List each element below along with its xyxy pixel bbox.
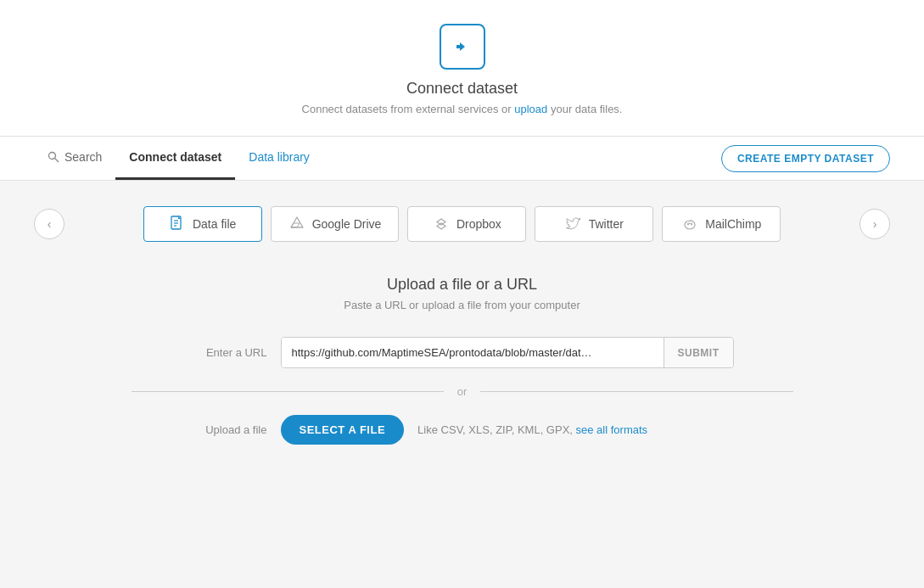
svg-marker-10 — [437, 223, 445, 229]
googledrive-icon — [288, 216, 305, 232]
header-subtitle: Connect datasets from external services … — [302, 103, 623, 115]
url-input[interactable] — [282, 338, 664, 367]
or-line-left — [132, 391, 444, 392]
url-label: Enter a URL — [191, 346, 267, 359]
source-googledrive-label: Google Drive — [312, 217, 382, 231]
or-text: or — [444, 385, 481, 398]
upload-section: Upload a file or a URL Paste a URL or up… — [34, 276, 890, 445]
chevron-right-icon: › — [873, 217, 877, 231]
source-carousel: ‹ Data file — [34, 206, 890, 242]
svg-point-13 — [691, 224, 692, 226]
tab-library-label: Data library — [249, 150, 310, 164]
select-file-button[interactable]: SELECT A FILE — [281, 415, 405, 445]
carousel-prev-button[interactable]: ‹ — [34, 209, 64, 239]
or-line-right — [480, 391, 792, 392]
svg-marker-7 — [291, 217, 303, 227]
header-icon-wrapper — [440, 24, 485, 70]
connect-icon — [451, 36, 473, 58]
upload-title: Upload a file or a URL — [387, 276, 537, 294]
upload-subtitle: Paste a URL or upload a file from your c… — [344, 299, 580, 311]
upload-link[interactable]: upload — [514, 103, 547, 115]
source-mailchimp-label: MailChimp — [705, 217, 761, 231]
svg-point-12 — [687, 224, 689, 226]
dropbox-icon — [433, 216, 450, 232]
see-all-formats-link[interactable]: see all formats — [576, 423, 648, 436]
chevron-left-icon: ‹ — [48, 217, 52, 231]
tabs-bar: Search Connect dataset Data library CREA… — [0, 137, 924, 181]
datafile-icon — [169, 216, 186, 232]
source-mailchimp-button[interactable]: MailChimp — [662, 206, 781, 242]
url-input-wrapper: SUBMIT — [281, 337, 734, 368]
create-empty-dataset-button[interactable]: CREATE EMPTY DATASET — [721, 145, 890, 172]
header-title: Connect dataset — [406, 80, 518, 98]
source-twitter-label: Twitter — [589, 217, 624, 231]
tab-library[interactable]: Data library — [235, 137, 323, 180]
source-options: Data file Google Drive — [75, 206, 849, 242]
tab-connect-label: Connect dataset — [129, 150, 221, 164]
file-row: Upload a file SELECT A FILE Like CSV, XL… — [191, 415, 734, 445]
source-datafile-button[interactable]: Data file — [143, 206, 262, 242]
svg-point-11 — [685, 221, 695, 229]
source-googledrive-button[interactable]: Google Drive — [271, 206, 400, 242]
source-dropbox-button[interactable]: Dropbox — [407, 206, 526, 242]
tab-search-label: Search — [64, 150, 102, 164]
svg-marker-9 — [437, 219, 445, 225]
svg-marker-8 — [291, 223, 300, 227]
svg-line-2 — [55, 159, 59, 163]
carousel-next-button[interactable]: › — [860, 209, 890, 239]
source-twitter-button[interactable]: Twitter — [535, 206, 653, 242]
file-label: Upload a file — [191, 423, 267, 436]
twitter-icon — [565, 216, 582, 232]
tab-search[interactable]: Search — [34, 137, 115, 180]
svg-point-1 — [49, 153, 56, 160]
mailchimp-icon — [681, 216, 698, 232]
source-dropbox-label: Dropbox — [456, 217, 501, 231]
source-datafile-label: Data file — [193, 217, 236, 231]
content-area: ‹ Data file — [0, 181, 924, 470]
url-row: Enter a URL SUBMIT — [191, 337, 734, 368]
file-formats-text: Like CSV, XLS, ZIP, KML, GPX, see all fo… — [417, 423, 647, 436]
submit-url-button[interactable]: SUBMIT — [664, 338, 733, 367]
tab-connect[interactable]: Connect dataset — [115, 137, 235, 180]
header-section: Connect dataset Connect datasets from ex… — [0, 0, 924, 137]
or-divider: or — [132, 385, 793, 398]
search-icon — [48, 151, 59, 163]
